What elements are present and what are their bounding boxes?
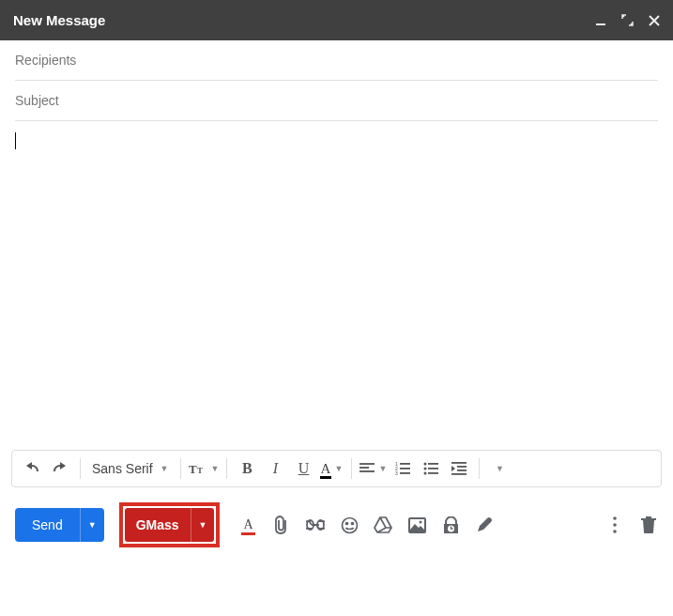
svg-rect-0 (596, 23, 605, 25)
svg-text:T: T (197, 466, 203, 475)
expand-icon[interactable] (621, 14, 634, 26)
gmass-options-dropdown[interactable]: ▼ (191, 508, 215, 542)
svg-rect-21 (451, 473, 467, 475)
svg-rect-17 (428, 472, 438, 474)
redo-icon[interactable] (48, 455, 72, 482)
indent-button[interactable] (447, 455, 471, 482)
svg-rect-11 (400, 472, 410, 474)
gmass-highlight: GMass ▼ (119, 502, 221, 547)
link-icon[interactable] (306, 516, 325, 534)
text-color-button[interactable]: A ▼ (319, 455, 344, 482)
subject-input[interactable] (15, 93, 658, 108)
chevron-down-icon: ▼ (496, 464, 504, 473)
svg-text:T: T (189, 462, 197, 475)
gmass-button-group: GMass ▼ (125, 508, 215, 542)
send-button[interactable]: Send (15, 517, 80, 532)
recipients-input[interactable] (15, 53, 658, 68)
window-controls (595, 14, 660, 26)
align-button[interactable]: ▼ (359, 455, 387, 482)
undo-icon[interactable] (20, 455, 44, 482)
svg-rect-19 (457, 466, 467, 468)
window-title: New Message (13, 12, 595, 28)
font-size-button[interactable]: TT ▼ (189, 455, 220, 482)
compose-body[interactable] (0, 121, 673, 450)
image-icon[interactable] (407, 516, 426, 534)
bold-button[interactable]: B (235, 455, 259, 482)
attach-icon[interactable] (272, 516, 291, 534)
chevron-down-icon: ▼ (334, 464, 343, 473)
text-format-icon[interactable]: A (238, 516, 257, 534)
chevron-down-icon: ▼ (211, 464, 220, 473)
compose-header: New Message (0, 0, 673, 40)
underline-button[interactable]: U (291, 455, 315, 482)
formatting-toolbar: Sans Serif ▼ TT ▼ B I U A ▼ ▼ 123 ▼ (11, 450, 662, 487)
svg-point-34 (613, 530, 617, 533)
svg-rect-9 (400, 463, 410, 465)
emoji-icon[interactable] (340, 516, 359, 534)
svg-point-32 (613, 516, 617, 520)
svg-rect-18 (451, 462, 467, 464)
gmass-button[interactable]: GMass (125, 517, 191, 532)
compose-right-tools (605, 516, 658, 534)
confidential-icon[interactable] (441, 516, 460, 534)
more-options-icon[interactable] (605, 516, 624, 534)
svg-point-12 (424, 463, 427, 466)
subject-row (15, 81, 658, 121)
svg-point-25 (342, 517, 357, 532)
close-icon[interactable] (649, 15, 660, 26)
recipients-row (15, 40, 658, 81)
svg-text:3: 3 (395, 470, 398, 475)
minimize-icon[interactable] (595, 15, 606, 26)
drive-icon[interactable] (374, 516, 392, 534)
font-selector[interactable]: Sans Serif ▼ (88, 461, 173, 476)
numbered-list-button[interactable]: 123 (390, 455, 415, 482)
pen-icon[interactable] (475, 516, 494, 534)
send-button-group: Send ▼ (15, 508, 104, 542)
italic-button[interactable]: I (263, 455, 287, 482)
font-name: Sans Serif (92, 461, 153, 476)
compose-bottom-bar: Send ▼ GMass ▼ A (0, 495, 673, 559)
svg-point-26 (345, 522, 347, 524)
svg-rect-16 (428, 468, 438, 470)
svg-point-30 (419, 520, 421, 523)
svg-rect-10 (400, 468, 410, 470)
chevron-down-icon: ▼ (378, 464, 387, 473)
svg-rect-15 (428, 463, 438, 465)
more-formatting-button[interactable]: ▼ (487, 455, 512, 482)
svg-point-33 (613, 523, 617, 527)
trash-icon[interactable] (639, 516, 658, 534)
compose-tools: A (238, 516, 600, 534)
bullet-list-button[interactable] (419, 455, 443, 482)
compose-fields (0, 40, 673, 121)
svg-point-27 (351, 522, 353, 524)
send-options-dropdown[interactable]: ▼ (80, 508, 104, 542)
text-cursor (15, 132, 16, 149)
svg-point-14 (424, 472, 427, 475)
svg-rect-20 (457, 470, 467, 471)
chevron-down-icon: ▼ (161, 464, 169, 473)
svg-point-13 (424, 468, 427, 470)
